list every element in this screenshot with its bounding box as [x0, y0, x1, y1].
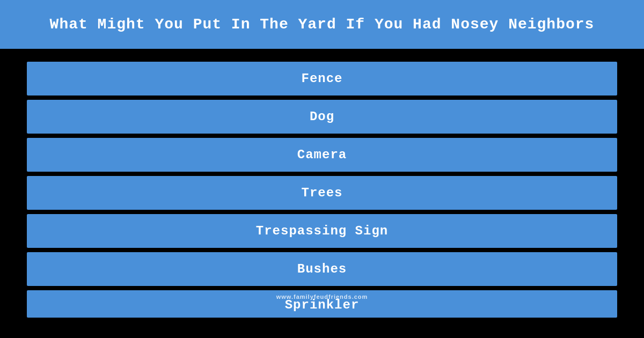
- question-header: What Might You Put In The Yard If You Ha…: [0, 0, 644, 51]
- watermark: www.familyfeudfriends.com: [276, 293, 368, 300]
- answer-row-2: Dog: [27, 100, 617, 134]
- answer-partial-label: Sprinkler: [32, 298, 612, 312]
- answers-list: Fence Dog Camera Trees Trespassing Sign …: [0, 55, 644, 324]
- question-title: What Might You Put In The Yard If You Ha…: [50, 16, 595, 33]
- answer-row-3: Camera: [27, 138, 617, 172]
- answer-row-6: Bushes: [27, 252, 617, 286]
- answer-row-7: www.familyfeudfriends.com Sprinkler: [27, 290, 617, 318]
- answer-row-5: Trespassing Sign: [27, 214, 617, 248]
- answer-row-4: Trees: [27, 176, 617, 210]
- answer-row-1: Fence: [27, 62, 617, 95]
